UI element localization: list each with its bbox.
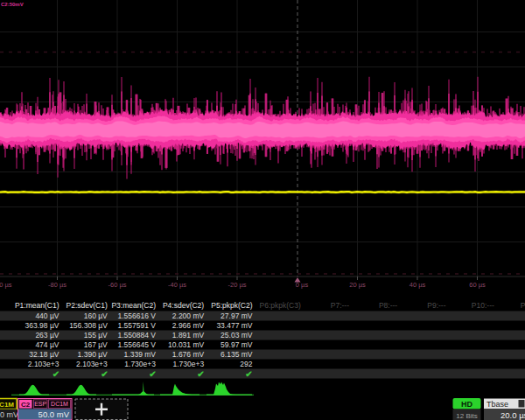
svg-text:1.556645 V: 1.556645 V [118,340,157,349]
svg-text:25.03 mV: 25.03 mV [220,331,253,340]
svg-text:156.308 µV: 156.308 µV [69,321,108,330]
svg-text:292: 292 [240,360,252,368]
svg-text:32.18 µV: 32.18 µV [29,350,60,359]
svg-text:P10:---: P10:--- [472,301,494,310]
svg-text:✔: ✔ [245,369,252,379]
svg-text:-80 µs: -80 µs [48,281,66,289]
svg-text:✔: ✔ [197,369,204,379]
svg-text:263 µV: 263 µV [35,331,59,340]
svg-text:P2:sdev(C1): P2:sdev(C1) [66,301,108,310]
svg-text:50.0 mV: 50.0 mV [38,410,70,419]
svg-text:60 µs: 60 µs [469,281,486,289]
svg-text:P5:pkpk(C2): P5:pkpk(C2) [211,301,252,310]
svg-text:1.730e+3: 1.730e+3 [172,360,204,368]
svg-text:2.200 mV: 2.200 mV [172,312,205,320]
svg-text:363.98 µV: 363.98 µV [25,321,60,330]
svg-text:1.730e+3: 1.730e+3 [124,360,156,368]
svg-text:1.556616 V: 1.556616 V [118,312,157,320]
svg-text:1.676 mV: 1.676 mV [172,350,205,359]
svg-text:1.557591 V: 1.557591 V [118,321,157,330]
svg-text:0 mV: 0 mV [0,410,18,419]
svg-text:12 Bits: 12 Bits [456,412,477,420]
svg-text:20.0 µs: 20.0 µs [500,410,525,420]
svg-text:1.550884 V: 1.550884 V [118,331,157,340]
svg-text:P6:pkpk(C3): P6:pkpk(C3) [260,301,301,310]
svg-text:-40 µs: -40 µs [168,281,186,289]
svg-text:440 µV: 440 µV [35,312,59,320]
svg-text:2.966 mV: 2.966 mV [172,321,205,330]
svg-text:6.135 mV: 6.135 mV [220,350,253,359]
svg-text:10.031 mV: 10.031 mV [168,340,204,349]
svg-text:2.103e+3: 2.103e+3 [76,360,108,368]
svg-text:P4:sdev(C2): P4:sdev(C2) [163,301,204,310]
svg-text:1.390 µV: 1.390 µV [78,350,108,359]
svg-text:1.339 mV: 1.339 mV [124,350,157,359]
svg-text:155 µV: 155 µV [84,331,108,340]
svg-text:C1M: C1M [0,401,14,409]
svg-text:DC1M: DC1M [51,401,68,407]
svg-text:-60 µs: -60 µs [108,281,127,289]
svg-text:P1:mean(C1): P1:mean(C1) [15,301,60,310]
svg-text:P11:---: P11:--- [521,301,525,310]
svg-text:C2:50mV: C2:50mV [1,2,24,7]
svg-text:P3:mean(C2): P3:mean(C2) [111,301,156,310]
svg-text:-20 µs: -20 µs [228,281,247,289]
svg-text:-100 µs: -100 µs [0,281,12,289]
svg-text:59.97 mV: 59.97 mV [220,340,253,349]
svg-text:P7:---: P7:--- [331,301,349,310]
svg-text:1.891 mV: 1.891 mV [172,331,205,340]
svg-text:27.97 mV: 27.97 mV [220,312,253,320]
svg-text:HD: HD [461,400,472,409]
svg-text:20 µs: 20 µs [349,281,366,289]
svg-text:160 µV: 160 µV [84,312,108,320]
svg-text:✔: ✔ [101,369,108,379]
svg-text:2.103e+3: 2.103e+3 [28,360,60,368]
svg-text:474 µV: 474 µV [35,340,59,349]
svg-text:P8:---: P8:--- [379,301,397,310]
svg-text:167 µV: 167 µV [84,340,108,349]
svg-text:33.477 mV: 33.477 mV [216,321,252,330]
svg-text:✔: ✔ [52,369,60,379]
svg-text:✔: ✔ [149,369,156,379]
svg-text:ESP: ESP [34,401,46,407]
svg-text:40 µs: 40 µs [410,281,426,289]
svg-text:P9:---: P9:--- [427,301,445,310]
svg-text:Tbase: Tbase [486,400,508,409]
svg-text:C2: C2 [21,401,31,409]
